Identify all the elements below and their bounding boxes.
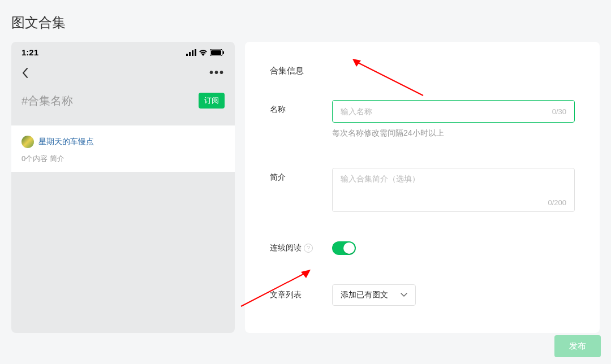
svg-rect-0 <box>186 54 188 56</box>
continuous-row: 连续阅读 ? <box>270 241 575 255</box>
intro-label: 简介 <box>270 168 332 183</box>
main-layout: 1:21 ••• #合集名称 订阅 <box>0 42 611 333</box>
subscribe-button[interactable]: 订阅 <box>199 93 225 109</box>
toggle-knob <box>343 242 355 254</box>
content-meta: 0个内容 简介 <box>21 154 225 164</box>
name-hint: 每次名称修改需间隔24小时以上 <box>332 128 575 138</box>
collection-name-placeholder: #合集名称 <box>21 93 73 109</box>
battery-icon <box>210 49 225 56</box>
chevron-down-icon <box>401 293 407 297</box>
collection-header: #合集名称 订阅 <box>11 87 235 125</box>
help-icon[interactable]: ? <box>304 244 313 253</box>
intro-row: 简介 0/200 <box>270 168 575 212</box>
add-article-label: 添加已有图文 <box>341 290 388 300</box>
author-card: 星期天的车慢点 0个内容 简介 <box>11 125 235 172</box>
more-icon[interactable]: ••• <box>209 66 225 79</box>
section-title: 合集信息 <box>270 66 575 76</box>
continuous-label: 连续阅读 <box>270 243 302 253</box>
status-bar: 1:21 <box>11 42 235 60</box>
status-time: 1:21 <box>21 47 38 57</box>
articles-label: 文章列表 <box>270 290 332 300</box>
phone-preview: 1:21 ••• #合集名称 订阅 <box>11 42 235 333</box>
signal-icon <box>186 49 196 56</box>
intro-char-count: 0/200 <box>548 198 566 207</box>
name-row: 名称 0/30 每次名称修改需间隔24小时以上 <box>270 100 575 138</box>
continuous-toggle[interactable] <box>332 241 356 255</box>
status-icons <box>186 49 225 56</box>
add-article-dropdown[interactable]: 添加已有图文 <box>332 284 416 306</box>
svg-rect-3 <box>195 49 196 56</box>
intro-textarea[interactable] <box>341 174 566 192</box>
publish-button[interactable]: 发布 <box>554 335 601 357</box>
svg-marker-10 <box>301 270 311 278</box>
author-row: 星期天的车慢点 <box>21 136 225 148</box>
svg-rect-1 <box>189 52 191 56</box>
intro-textarea-wrap: 0/200 <box>332 168 575 212</box>
annotation-arrow-1 <box>352 59 426 98</box>
wifi-icon <box>199 49 208 56</box>
name-input-wrap: 0/30 <box>332 100 575 123</box>
articles-row: 文章列表 添加已有图文 <box>270 284 575 306</box>
page-title: 图文合集 <box>0 0 611 42</box>
svg-rect-5 <box>211 50 221 55</box>
avatar <box>21 136 34 148</box>
name-input[interactable] <box>333 107 552 116</box>
phone-nav-row: ••• <box>11 60 235 87</box>
name-char-count: 0/30 <box>552 107 574 116</box>
svg-rect-2 <box>192 50 193 56</box>
name-label: 名称 <box>270 100 332 115</box>
back-icon[interactable] <box>21 67 28 79</box>
author-name[interactable]: 星期天的车慢点 <box>38 137 94 147</box>
svg-rect-6 <box>223 51 224 54</box>
form-panel: 合集信息 名称 0/30 每次名称修改需间隔24小时以上 简介 0/200 <box>245 42 600 333</box>
